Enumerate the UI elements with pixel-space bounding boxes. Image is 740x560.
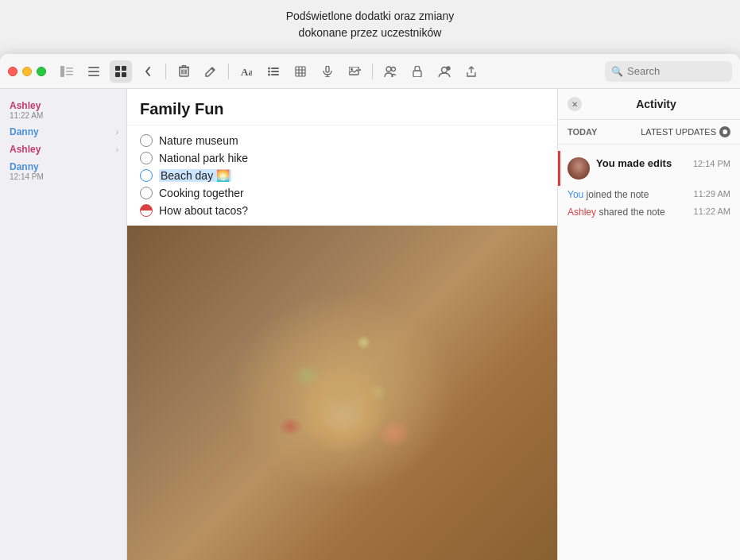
sidebar-name-danny-2: Danny bbox=[10, 161, 44, 172]
svg-rect-5 bbox=[88, 71, 99, 72]
chevron-icon-ashley-2: › bbox=[116, 145, 118, 154]
svg-rect-21 bbox=[271, 71, 279, 72]
sidebar-item-danny-2[interactable]: Danny 12:14 PM bbox=[0, 158, 126, 184]
checkbox-3[interactable] bbox=[140, 169, 153, 182]
activity-title: Activity bbox=[582, 98, 730, 110]
activity-actor-you: You bbox=[568, 189, 583, 200]
sidebar-item-ashley-1[interactable]: Ashley 11:22 AM bbox=[0, 97, 126, 123]
svg-text:i: i bbox=[723, 129, 723, 134]
list-item: Beach day 🌅 bbox=[140, 167, 544, 184]
latest-updates-dot: i bbox=[719, 126, 730, 137]
svg-point-20 bbox=[268, 70, 270, 72]
toolbar-separator-2 bbox=[228, 64, 229, 79]
toolbar-separator-3 bbox=[372, 64, 373, 79]
svg-point-37 bbox=[392, 67, 396, 71]
latest-updates-button[interactable]: LATEST UPDATES i bbox=[641, 126, 730, 137]
maximize-window-button[interactable] bbox=[37, 67, 46, 76]
activity-header: ✕ Activity bbox=[558, 89, 740, 120]
food-image-sim bbox=[127, 226, 557, 560]
note-title: Family Fun bbox=[127, 89, 557, 126]
sidebar: Ashley 11:22 AM Danny › Ashley › Danny 1… bbox=[0, 89, 127, 560]
note-item-text-5: How about tacos? bbox=[159, 204, 248, 217]
latest-updates-label: LATEST UPDATES bbox=[641, 127, 716, 137]
checkbox-4[interactable] bbox=[140, 187, 153, 199]
sidebar-time-ashley-1: 11:22 AM bbox=[10, 111, 43, 120]
delete-button[interactable] bbox=[172, 60, 195, 83]
tooltip: Podświetlone dodatki oraz zmiany dokonan… bbox=[0, 0, 740, 41]
checkbox-5[interactable] bbox=[140, 204, 153, 217]
grid-view-button[interactable] bbox=[110, 60, 132, 83]
lock-button[interactable] bbox=[406, 60, 428, 83]
list-view-button[interactable] bbox=[83, 60, 105, 83]
svg-rect-38 bbox=[413, 71, 421, 77]
svg-point-36 bbox=[386, 67, 391, 71]
svg-rect-29 bbox=[326, 66, 329, 72]
bullet-list-button[interactable] bbox=[262, 60, 285, 83]
checkbox-1[interactable] bbox=[140, 134, 153, 147]
svg-text:Aa: Aa bbox=[241, 66, 252, 77]
svg-rect-6 bbox=[88, 75, 99, 76]
avatar-you bbox=[568, 157, 590, 180]
media-button[interactable] bbox=[343, 60, 366, 83]
activity-time-2: 11:29 AM bbox=[694, 189, 730, 199]
svg-point-33 bbox=[351, 68, 353, 70]
activity-text-1: You made edits 12:14 PM bbox=[596, 157, 730, 169]
svg-rect-2 bbox=[66, 71, 73, 72]
note-area: Family Fun Nature museum National park h… bbox=[127, 89, 557, 560]
format-text-button[interactable]: Aa bbox=[235, 60, 258, 83]
sidebar-item-ashley-2[interactable]: Ashley › bbox=[0, 141, 126, 158]
back-button[interactable] bbox=[137, 60, 159, 83]
svg-rect-8 bbox=[122, 66, 126, 71]
activity-close-button[interactable]: ✕ bbox=[568, 97, 582, 111]
list-item: How about tacos? bbox=[140, 202, 544, 219]
checkbox-2[interactable] bbox=[140, 152, 153, 164]
activity-item-3: Ashley shared the note 11:22 AM bbox=[558, 203, 740, 221]
search-icon: 🔍 bbox=[611, 66, 623, 77]
note-item-text-3: Beach day 🌅 bbox=[159, 169, 231, 182]
activity-action-2: joined the note bbox=[587, 189, 649, 200]
list-item: Cooking together bbox=[140, 184, 544, 202]
traffic-lights bbox=[8, 67, 46, 76]
svg-rect-24 bbox=[296, 67, 305, 76]
activity-time-1: 12:14 PM bbox=[693, 159, 730, 168]
titlebar: Aa bbox=[0, 54, 740, 89]
svg-point-43 bbox=[723, 129, 727, 134]
svg-point-18 bbox=[268, 67, 270, 69]
people-button[interactable] bbox=[379, 60, 401, 83]
note-list: Nature museum National park hike Beach d… bbox=[127, 126, 557, 226]
activity-panel: ✕ Activity TODAY LATEST UPDATES i bbox=[557, 89, 740, 560]
sidebar-time-danny-2: 12:14 PM bbox=[10, 172, 44, 181]
edit-button[interactable] bbox=[200, 60, 222, 83]
svg-rect-19 bbox=[271, 68, 279, 69]
svg-point-22 bbox=[268, 73, 270, 75]
sidebar-item-danny-1[interactable]: Danny › bbox=[0, 123, 126, 141]
activity-action-3: shared the note bbox=[599, 207, 664, 218]
svg-rect-23 bbox=[271, 74, 279, 75]
note-item-text-4: Cooking together bbox=[159, 187, 244, 199]
today-label: TODAY bbox=[568, 127, 597, 137]
table-button[interactable] bbox=[289, 60, 312, 83]
note-item-text-1: Nature museum bbox=[159, 134, 238, 147]
list-item: National park hike bbox=[140, 149, 544, 167]
svg-rect-7 bbox=[115, 66, 120, 71]
close-window-button[interactable] bbox=[8, 67, 17, 76]
sidebar-toggle-button[interactable] bbox=[56, 60, 78, 83]
activity-list: You made edits 12:14 PM You joined the n… bbox=[558, 145, 740, 560]
activity-item-1: You made edits 12:14 PM bbox=[558, 151, 740, 186]
minimize-window-button[interactable] bbox=[22, 67, 32, 76]
note-item-text-2: National park hike bbox=[159, 152, 248, 164]
collab-button[interactable] bbox=[433, 60, 455, 83]
sidebar-name-ashley-1: Ashley bbox=[10, 100, 43, 111]
svg-rect-4 bbox=[88, 67, 99, 68]
toolbar-separator-1 bbox=[165, 64, 166, 79]
content-area: Ashley 11:22 AM Danny › Ashley › Danny 1… bbox=[0, 89, 740, 560]
search-box[interactable]: 🔍 bbox=[605, 61, 732, 82]
search-input[interactable] bbox=[627, 65, 723, 77]
close-icon: ✕ bbox=[571, 100, 578, 109]
activity-main-text-1: You made edits bbox=[596, 157, 672, 169]
audio-button[interactable] bbox=[316, 60, 339, 83]
export-button[interactable] bbox=[460, 60, 482, 83]
main-window: Aa bbox=[0, 54, 740, 560]
tooltip-line1: Podświetlone dodatki oraz zmiany bbox=[286, 10, 455, 22]
activity-item-2: You joined the note 11:29 AM bbox=[558, 186, 740, 203]
